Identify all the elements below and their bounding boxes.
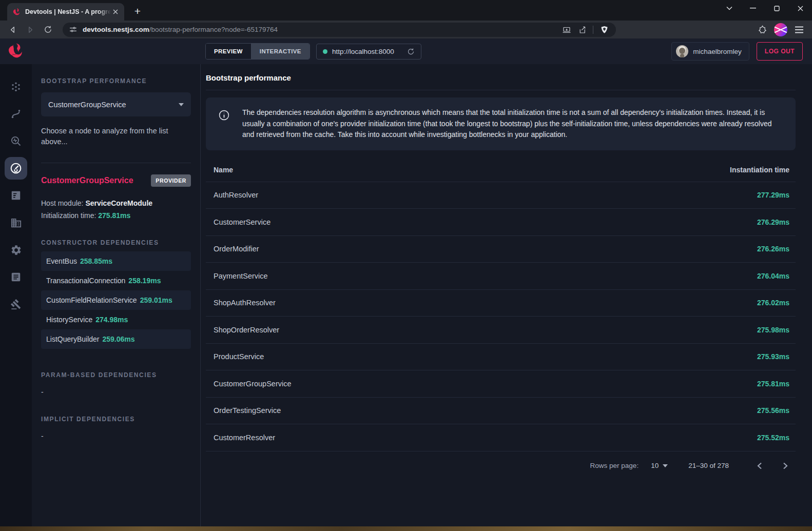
row-time: 275.52ms bbox=[757, 434, 789, 442]
sidebar-rail bbox=[0, 64, 32, 526]
row-name: ProductService bbox=[214, 352, 264, 361]
bootstrap-panel: BOOTSTRAP PERFORMANCE CustomerGroupServi… bbox=[32, 64, 201, 526]
url-path: /bootstrap-performance?node=-65179764 bbox=[149, 26, 278, 33]
url-bar[interactable]: devtools.nestjs.com/bootstrap-performanc… bbox=[63, 23, 616, 37]
browser-titlebar: Devtools | NestJS - A progressive + bbox=[0, 0, 812, 21]
site-settings-icon[interactable] bbox=[69, 25, 78, 34]
desktop-wallpaper-strip bbox=[0, 526, 812, 531]
table-row[interactable]: ShopAuthResolver 276.02ms bbox=[206, 290, 796, 317]
nestjs-favicon bbox=[12, 8, 21, 16]
info-icon bbox=[218, 109, 230, 121]
target-url-box[interactable]: http://localhost:8000 bbox=[316, 44, 421, 60]
new-tab-button[interactable]: + bbox=[130, 4, 145, 18]
chevron-down-icon bbox=[663, 464, 668, 467]
pagination: Rows per page: 10 21–30 of 278 bbox=[206, 451, 796, 480]
dependency-name: HistoryService bbox=[46, 316, 92, 324]
inspector-icon[interactable] bbox=[7, 132, 25, 150]
row-time: 276.04ms bbox=[757, 272, 789, 280]
screen: Devtools | NestJS - A progressive + bbox=[0, 0, 812, 531]
selected-node-name: CustomerGroupService bbox=[41, 176, 133, 185]
table-row[interactable]: ProductService 275.93ms bbox=[206, 344, 796, 371]
performance-table: AuthResolver 277.29ms CustomerService 27… bbox=[206, 182, 796, 451]
logout-button[interactable]: LOG OUT bbox=[757, 42, 803, 61]
dependency-name: CustomFieldRelationService bbox=[46, 296, 137, 304]
url-text: devtools.nestjs.com/bootstrap-performanc… bbox=[83, 26, 560, 33]
dependency-time: 258.85ms bbox=[80, 257, 112, 265]
row-time: 276.29ms bbox=[757, 218, 789, 226]
browser-toolbar: devtools.nestjs.com/bootstrap-performanc… bbox=[0, 21, 812, 38]
table-row[interactable]: OrderModifier 276.26ms bbox=[206, 236, 796, 263]
issues-icon[interactable] bbox=[7, 295, 25, 313]
host-module-value: ServiceCoreModule bbox=[85, 199, 152, 207]
dependency-name: ListQueryBuilder bbox=[46, 335, 100, 343]
bootstrap-performance-icon[interactable] bbox=[5, 157, 27, 180]
constructor-deps-title: CONSTRUCTOR DEPENDENCIES bbox=[41, 239, 191, 246]
routes-icon[interactable] bbox=[7, 105, 25, 123]
connection-status-dot bbox=[323, 49, 327, 54]
constructor-deps-list: EventBus258.85ms TransactionalConnection… bbox=[41, 251, 191, 349]
row-name: CustomerService bbox=[214, 218, 270, 226]
dependency-item[interactable]: TransactionalConnection258.19ms bbox=[41, 271, 191, 290]
dependency-item[interactable]: CustomFieldRelationService259.01ms bbox=[41, 290, 191, 310]
row-time: 276.02ms bbox=[757, 299, 789, 307]
reload-icon[interactable] bbox=[40, 22, 55, 37]
preview-button[interactable]: PREVIEW bbox=[206, 44, 251, 59]
tab-title: Devtools | NestJS - A progressive bbox=[25, 8, 111, 15]
menu-icon[interactable] bbox=[791, 22, 807, 37]
row-time: 276.26ms bbox=[757, 245, 789, 253]
table-row[interactable]: CustomerGroupService 275.81ms bbox=[206, 370, 796, 398]
param-deps-title: PARAM-BASED DEPENDENCIES bbox=[41, 371, 191, 379]
settings-icon[interactable] bbox=[7, 241, 25, 259]
previous-page-button[interactable] bbox=[749, 456, 770, 476]
table-row[interactable]: ShopOrderResolver 275.98ms bbox=[206, 317, 796, 344]
page-title: Bootstrap performance bbox=[206, 73, 796, 82]
rows-per-page-select[interactable]: 10 bbox=[651, 462, 668, 469]
node-select[interactable]: CustomerGroupService bbox=[41, 92, 191, 116]
modules-icon[interactable] bbox=[7, 213, 25, 232]
refresh-target-icon[interactable] bbox=[407, 48, 415, 55]
dependency-item[interactable]: EventBus258.85ms bbox=[41, 251, 191, 271]
rows-per-page-value: 10 bbox=[651, 462, 659, 469]
graph-icon[interactable] bbox=[7, 77, 25, 96]
tab-close-icon[interactable] bbox=[111, 7, 120, 16]
table-row[interactable]: CustomerService 276.29ms bbox=[206, 209, 796, 236]
close-button[interactable] bbox=[788, 0, 812, 16]
back-icon[interactable] bbox=[5, 22, 21, 37]
audit-icon[interactable] bbox=[7, 186, 25, 205]
brave-shields-icon[interactable] bbox=[597, 23, 611, 36]
app-header: PREVIEW INTERACTIVE http://localhost:800… bbox=[0, 38, 812, 64]
table-row[interactable]: PaymentService 276.04ms bbox=[206, 263, 796, 290]
maximize-button[interactable] bbox=[765, 0, 788, 16]
toolbar-right bbox=[755, 22, 807, 37]
forward-icon[interactable] bbox=[23, 22, 38, 37]
browser-tab[interactable]: Devtools | NestJS - A progressive bbox=[7, 3, 124, 21]
share-icon[interactable] bbox=[575, 23, 589, 36]
send-to-device-icon[interactable] bbox=[560, 23, 573, 36]
info-callout: The dependencies resolution algorithm is… bbox=[206, 97, 796, 150]
column-name: Name bbox=[214, 166, 233, 174]
profile-avatar[interactable] bbox=[773, 22, 788, 37]
extensions-icon[interactable] bbox=[755, 22, 770, 37]
url-domain: devtools.nestjs.com bbox=[83, 26, 149, 33]
next-page-button[interactable] bbox=[775, 456, 796, 476]
table-row[interactable]: OrderTestingService 275.56ms bbox=[206, 398, 796, 425]
interactive-button[interactable]: INTERACTIVE bbox=[251, 44, 310, 59]
docs-icon[interactable] bbox=[7, 268, 25, 286]
user-chip[interactable]: michaelbromley bbox=[671, 42, 749, 61]
row-name: ShopOrderResolver bbox=[214, 326, 279, 334]
table-row[interactable]: AuthResolver 277.29ms bbox=[206, 182, 796, 209]
table-header: Name Instantiation time bbox=[206, 159, 796, 182]
minimize-button[interactable] bbox=[741, 0, 765, 16]
param-deps-value: - bbox=[41, 388, 191, 396]
row-name: CustomerResolver bbox=[214, 434, 275, 442]
row-time: 277.29ms bbox=[757, 191, 789, 199]
implicit-deps-value: - bbox=[41, 432, 191, 440]
table-row[interactable]: CustomerResolver 275.52ms bbox=[206, 424, 796, 451]
host-module-label: Host module: bbox=[41, 199, 85, 207]
dependency-item[interactable]: HistoryService274.98ms bbox=[41, 310, 191, 329]
dependency-item[interactable]: ListQueryBuilder259.06ms bbox=[41, 329, 191, 349]
column-instantiation-time: Instantiation time bbox=[730, 166, 789, 174]
app-body: BOOTSTRAP PERFORMANCE CustomerGroupServi… bbox=[0, 64, 812, 526]
row-name: ShopAuthResolver bbox=[214, 299, 276, 307]
tab-search-icon[interactable] bbox=[718, 0, 741, 16]
